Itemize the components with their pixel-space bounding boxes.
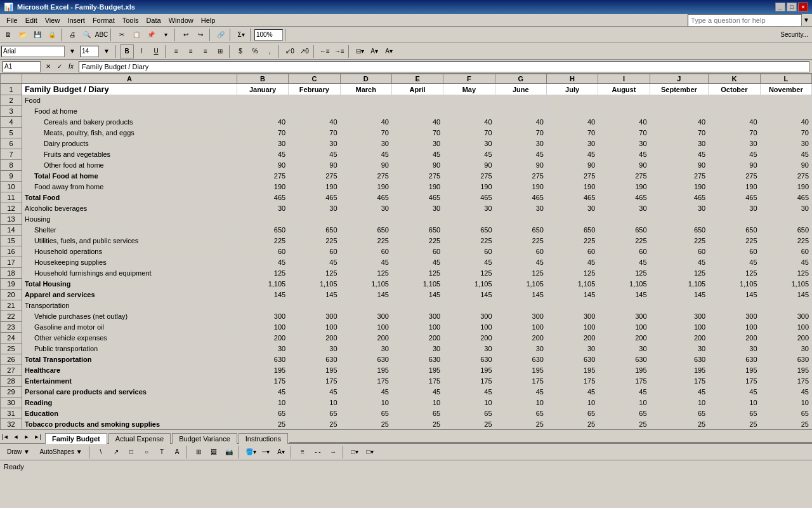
cell-13-8[interactable] <box>546 214 598 225</box>
cell-5-6[interactable]: 70 <box>443 128 495 138</box>
cell-15-7[interactable]: 225 <box>495 236 546 246</box>
cell-20-8[interactable]: 145 <box>546 290 598 300</box>
cell-20-2[interactable]: 145 <box>237 290 288 300</box>
cell-22-3[interactable]: 300 <box>289 311 340 322</box>
arrow-style-btn[interactable]: → <box>326 445 340 459</box>
cell-17-6[interactable]: 45 <box>443 257 495 268</box>
close-btn[interactable]: × <box>798 3 808 11</box>
cell-30-12[interactable]: 10 <box>760 398 811 408</box>
font-input[interactable] <box>1 46 65 57</box>
col-header-E[interactable]: E <box>391 74 443 84</box>
cell-14-10[interactable]: 650 <box>650 225 709 236</box>
cell-14-6[interactable]: 650 <box>443 225 495 236</box>
merge-btn[interactable]: ⊞ <box>213 44 227 58</box>
cell-9-8[interactable]: 275 <box>546 171 598 182</box>
cell-20-12[interactable]: 145 <box>760 290 811 300</box>
cell-29-11[interactable]: 45 <box>709 387 760 398</box>
cell-21-2[interactable] <box>237 300 288 311</box>
cell-12-10[interactable]: 30 <box>650 203 709 214</box>
cell-19-5[interactable]: 1,105 <box>391 279 443 290</box>
zoom-input[interactable] <box>254 29 283 41</box>
cell-label-27[interactable]: Healthcare <box>22 365 237 376</box>
cell-9-9[interactable]: 275 <box>598 171 650 182</box>
cell-11-11[interactable]: 465 <box>709 192 760 203</box>
cell-19-7[interactable]: 1,105 <box>495 279 546 290</box>
cell-6-7[interactable]: 30 <box>495 138 546 149</box>
cell-28-12[interactable]: 175 <box>760 376 811 387</box>
cell-18-10[interactable]: 125 <box>650 268 709 279</box>
cell-26-2[interactable]: 630 <box>237 354 288 365</box>
cell-23-12[interactable]: 100 <box>760 322 811 333</box>
cell-label-19[interactable]: Total Housing <box>22 279 237 290</box>
cell-8-10[interactable]: 90 <box>650 160 709 171</box>
cell-12-7[interactable]: 30 <box>495 203 546 214</box>
cell-21-9[interactable] <box>598 300 650 311</box>
cell-2-5[interactable] <box>391 95 443 106</box>
cell-31-12[interactable]: 65 <box>760 408 811 419</box>
cell-label-3[interactable]: Food at home <box>22 106 237 117</box>
menu-file[interactable]: File <box>3 15 22 25</box>
cell-31-6[interactable]: 65 <box>443 408 495 419</box>
minimize-btn[interactable]: _ <box>775 3 785 11</box>
open-btn[interactable]: 📂 <box>16 28 30 42</box>
cell-label-7[interactable]: Fruits and vegetables <box>22 149 237 160</box>
cell-24-4[interactable]: 200 <box>340 333 391 344</box>
save-btn[interactable]: 💾 <box>30 28 44 42</box>
cell-20-3[interactable]: 145 <box>289 290 340 300</box>
cell-12-5[interactable]: 30 <box>391 203 443 214</box>
fill-btn[interactable]: 🪣▾ <box>244 445 258 459</box>
cell-18-11[interactable]: 125 <box>709 268 760 279</box>
cell-3-11[interactable] <box>709 106 760 117</box>
diagram-btn[interactable]: ⊞ <box>192 445 206 459</box>
cell-6-10[interactable]: 30 <box>650 138 709 149</box>
line-color-btn[interactable]: ─▾ <box>259 445 273 459</box>
cell-16-2[interactable]: 60 <box>237 246 288 257</box>
cell-25-9[interactable]: 30 <box>598 344 650 354</box>
cell-26-4[interactable]: 630 <box>340 354 391 365</box>
cell-25-2[interactable]: 30 <box>237 344 288 354</box>
cell-30-6[interactable]: 10 <box>443 398 495 408</box>
insert-formula-btn[interactable]: fx <box>66 62 76 72</box>
cell-7-4[interactable]: 45 <box>340 149 391 160</box>
clipart-btn[interactable]: 🖼 <box>207 445 221 459</box>
cell-29-10[interactable]: 45 <box>650 387 709 398</box>
cell-4-9[interactable]: 40 <box>598 117 650 128</box>
align-center-btn[interactable]: ≡ <box>184 44 198 58</box>
currency-btn[interactable]: $ <box>233 44 247 58</box>
cell-3-8[interactable] <box>546 106 598 117</box>
cell-14-12[interactable]: 650 <box>760 225 811 236</box>
cell-label-31[interactable]: Education <box>22 408 237 419</box>
menu-insert[interactable]: Insert <box>63 15 89 25</box>
cell-3-6[interactable] <box>443 106 495 117</box>
cell-label-2[interactable]: Food <box>22 95 237 106</box>
cell-10-8[interactable]: 190 <box>546 182 598 192</box>
cell-11-9[interactable]: 465 <box>598 192 650 203</box>
font-dropdown[interactable]: ▼ <box>65 44 79 58</box>
cell-label-17[interactable]: Housekeeping supplies <box>22 257 237 268</box>
align-left-btn[interactable]: ≡ <box>169 44 183 58</box>
cell-11-3[interactable]: 465 <box>289 192 340 203</box>
cell-18-6[interactable]: 125 <box>443 268 495 279</box>
cell-16-4[interactable]: 60 <box>340 246 391 257</box>
border-btn[interactable]: ⊟▾ <box>353 44 367 58</box>
cell-28-3[interactable]: 175 <box>289 376 340 387</box>
cell-21-5[interactable] <box>391 300 443 311</box>
cell-5-8[interactable]: 70 <box>546 128 598 138</box>
cell-label-23[interactable]: Gasoline and motor oil <box>22 322 237 333</box>
cell-5-12[interactable]: 70 <box>760 128 811 138</box>
cell-11-12[interactable]: 465 <box>760 192 811 203</box>
line-btn[interactable]: \ <box>94 445 108 459</box>
cell-5-7[interactable]: 70 <box>495 128 546 138</box>
cell-19-2[interactable]: 1,105 <box>237 279 288 290</box>
cell-24-7[interactable]: 200 <box>495 333 546 344</box>
cell-15-10[interactable]: 225 <box>650 236 709 246</box>
col-header-I[interactable]: I <box>598 74 650 84</box>
cell-label-10[interactable]: Food away from home <box>22 182 237 192</box>
increase-decimal-btn[interactable]: ↗0 <box>298 44 311 58</box>
cell-4-7[interactable]: 40 <box>495 117 546 128</box>
cell-2-3[interactable] <box>289 95 340 106</box>
cell-7-3[interactable]: 45 <box>289 149 340 160</box>
cell-25-3[interactable]: 30 <box>289 344 340 354</box>
cell-28-6[interactable]: 175 <box>443 376 495 387</box>
cell-28-11[interactable]: 175 <box>709 376 760 387</box>
